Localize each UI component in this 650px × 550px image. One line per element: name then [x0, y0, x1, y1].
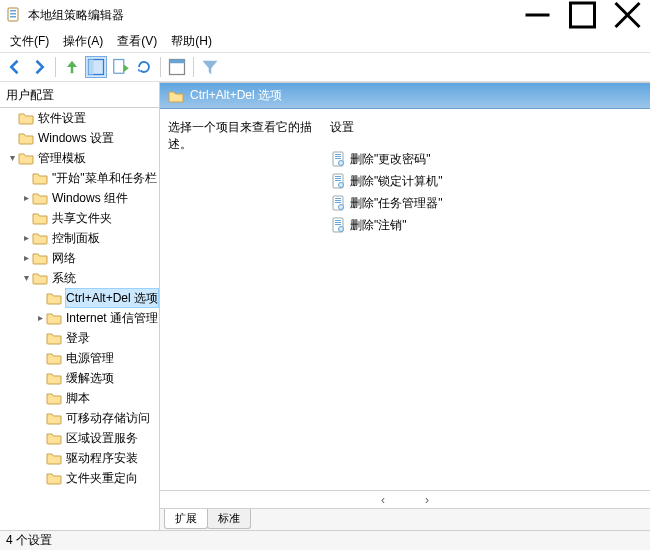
tree-node[interactable]: ▸软件设置 [0, 108, 159, 128]
menu-action[interactable]: 操作(A) [57, 31, 109, 52]
tree-node-label: 控制面板 [52, 229, 100, 247]
folder-icon [46, 350, 62, 366]
menu-view[interactable]: 查看(V) [111, 31, 163, 52]
tab-standard[interactable]: 标准 [207, 509, 251, 529]
content-area: 用户配置 ▸软件设置▸Windows 设置▾管理模板▸"开始"菜单和任务栏▸Wi… [0, 82, 650, 530]
menu-help[interactable]: 帮助(H) [165, 31, 218, 52]
caret-down-icon[interactable]: ▾ [6, 149, 18, 167]
tree-node-label: 区域设置服务 [66, 429, 138, 447]
tree-node-label: 文件夹重定向 [66, 469, 138, 487]
menu-bar: 文件(F) 操作(A) 查看(V) 帮助(H) [0, 30, 650, 52]
window-controls [515, 0, 650, 30]
folder-icon [46, 450, 62, 466]
folder-icon [46, 290, 62, 306]
properties-button[interactable] [166, 56, 188, 78]
tree-node-label: 可移动存储访问 [66, 409, 150, 427]
caret-down-icon[interactable]: ▾ [20, 269, 32, 287]
tree-node-label: Windows 组件 [52, 189, 128, 207]
svg-rect-14 [335, 154, 341, 155]
svg-point-27 [339, 205, 344, 210]
close-button[interactable] [605, 0, 650, 30]
scroll-right-icon[interactable]: › [425, 493, 429, 507]
filter-button[interactable] [199, 56, 221, 78]
svg-rect-29 [335, 220, 341, 221]
caret-right-icon[interactable]: ▸ [20, 229, 32, 247]
folder-icon [168, 88, 184, 104]
tree-node[interactable]: ▸驱动程序安装 [0, 448, 159, 468]
caret-right-icon[interactable]: ▸ [34, 309, 46, 327]
tree-node[interactable]: ▸网络 [0, 248, 159, 268]
list-item[interactable]: 删除"任务管理器" [328, 192, 642, 214]
caret-right-icon[interactable]: ▸ [20, 249, 32, 267]
tree-node[interactable]: ▸Windows 设置 [0, 128, 159, 148]
svg-rect-26 [335, 202, 341, 203]
tree-node-label: 管理模板 [38, 149, 86, 167]
folder-icon [18, 110, 34, 126]
tree-node[interactable]: ▸缓解选项 [0, 368, 159, 388]
details-tabs: 扩展 标准 [160, 508, 650, 530]
settings-list[interactable]: 设置 删除"更改密码"删除"锁定计算机"删除"任务管理器"删除"注销" [320, 109, 650, 490]
tree-node[interactable]: ▸登录 [0, 328, 159, 348]
tree-node[interactable]: ▸脚本 [0, 388, 159, 408]
maximize-button[interactable] [560, 0, 605, 30]
minimize-button[interactable] [515, 0, 560, 30]
svg-rect-30 [335, 222, 341, 223]
forward-button[interactable] [28, 56, 50, 78]
tab-extended[interactable]: 扩展 [164, 509, 208, 529]
tree-node-label: 登录 [66, 329, 90, 347]
list-item[interactable]: 删除"锁定计算机" [328, 170, 642, 192]
toolbar-separator [55, 57, 56, 77]
tree-node[interactable]: ▸Internet 通信管理 [0, 308, 159, 328]
horizontal-scrollbar[interactable]: ‹ › [160, 490, 650, 508]
svg-rect-10 [114, 60, 124, 74]
column-header-setting[interactable]: 设置 [328, 115, 642, 148]
tree-node[interactable]: ▸控制面板 [0, 228, 159, 248]
list-item[interactable]: 删除"更改密码" [328, 148, 642, 170]
tree-node-label: 网络 [52, 249, 76, 267]
description-column: 选择一个项目来查看它的描述。 [160, 109, 320, 490]
tree-node[interactable]: ▸共享文件夹 [0, 208, 159, 228]
policy-icon [330, 195, 346, 211]
svg-rect-19 [335, 176, 341, 177]
refresh-button[interactable] [133, 56, 155, 78]
toolbar-separator [193, 57, 194, 77]
caret-right-icon[interactable]: ▸ [20, 189, 32, 207]
list-item[interactable]: 删除"注销" [328, 214, 642, 236]
tree-pane[interactable]: 用户配置 ▸软件设置▸Windows 设置▾管理模板▸"开始"菜单和任务栏▸Wi… [0, 82, 160, 530]
up-button[interactable] [61, 56, 83, 78]
svg-rect-20 [335, 178, 341, 179]
svg-point-17 [339, 161, 344, 166]
folder-icon [46, 410, 62, 426]
tree-node-label: "开始"菜单和任务栏 [52, 169, 157, 187]
window-title: 本地组策略编辑器 [28, 7, 124, 24]
show-tree-button[interactable] [85, 56, 107, 78]
tree-node[interactable]: ▸电源管理 [0, 348, 159, 368]
title-bar: 本地组策略编辑器 [0, 0, 650, 30]
tree-node[interactable]: ▸"开始"菜单和任务栏 [0, 168, 159, 188]
scroll-left-icon[interactable]: ‹ [381, 493, 385, 507]
tree-node-label: Internet 通信管理 [66, 309, 158, 327]
folder-icon [32, 230, 48, 246]
details-header-title: Ctrl+Alt+Del 选项 [190, 87, 282, 104]
app-icon [6, 7, 22, 23]
details-body: 选择一个项目来查看它的描述。 设置 删除"更改密码"删除"锁定计算机"删除"任务… [160, 109, 650, 490]
svg-rect-1 [10, 10, 16, 12]
status-bar: 4 个设置 [0, 530, 650, 550]
policy-icon [330, 217, 346, 233]
tree-node[interactable]: ▸Ctrl+Alt+Del 选项 [0, 288, 159, 308]
tree-node[interactable]: ▸可移动存储访问 [0, 408, 159, 428]
folder-icon [32, 190, 48, 206]
tree-node[interactable]: ▸文件夹重定向 [0, 468, 159, 488]
tree-node-label: 软件设置 [38, 109, 86, 127]
folder-icon [32, 250, 48, 266]
menu-file[interactable]: 文件(F) [4, 31, 55, 52]
tree-node[interactable]: ▸Windows 组件 [0, 188, 159, 208]
toolbar [0, 52, 650, 82]
tree-node[interactable]: ▾系统 [0, 268, 159, 288]
tree-node[interactable]: ▾管理模板 [0, 148, 159, 168]
list-item-label: 删除"任务管理器" [350, 194, 443, 212]
folder-icon [18, 130, 34, 146]
back-button[interactable] [4, 56, 26, 78]
tree-node[interactable]: ▸区域设置服务 [0, 428, 159, 448]
export-button[interactable] [109, 56, 131, 78]
